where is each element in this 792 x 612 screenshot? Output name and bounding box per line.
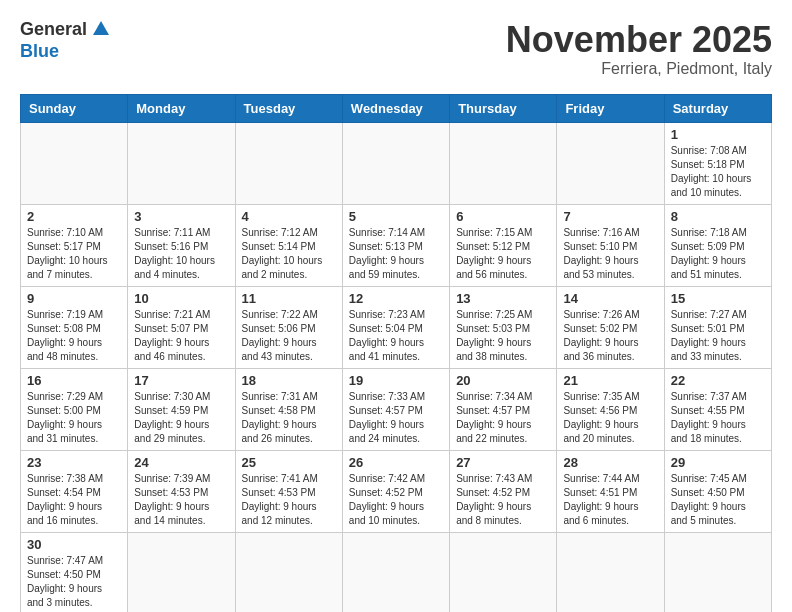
calendar-cell: 18Sunrise: 7:31 AM Sunset: 4:58 PM Dayli… (235, 368, 342, 450)
day-number: 17 (134, 373, 228, 388)
day-info: Sunrise: 7:47 AM Sunset: 4:50 PM Dayligh… (27, 554, 121, 610)
day-number: 30 (27, 537, 121, 552)
calendar-cell: 10Sunrise: 7:21 AM Sunset: 5:07 PM Dayli… (128, 286, 235, 368)
day-info: Sunrise: 7:41 AM Sunset: 4:53 PM Dayligh… (242, 472, 336, 528)
day-number: 5 (349, 209, 443, 224)
calendar-cell: 19Sunrise: 7:33 AM Sunset: 4:57 PM Dayli… (342, 368, 449, 450)
calendar-cell (450, 532, 557, 612)
calendar-cell: 5Sunrise: 7:14 AM Sunset: 5:13 PM Daylig… (342, 204, 449, 286)
calendar-cell: 28Sunrise: 7:44 AM Sunset: 4:51 PM Dayli… (557, 450, 664, 532)
day-number: 16 (27, 373, 121, 388)
weekday-header: Wednesday (342, 94, 449, 122)
day-info: Sunrise: 7:21 AM Sunset: 5:07 PM Dayligh… (134, 308, 228, 364)
calendar-cell: 23Sunrise: 7:38 AM Sunset: 4:54 PM Dayli… (21, 450, 128, 532)
day-info: Sunrise: 7:15 AM Sunset: 5:12 PM Dayligh… (456, 226, 550, 282)
calendar-cell (450, 122, 557, 204)
calendar-week-row: 23Sunrise: 7:38 AM Sunset: 4:54 PM Dayli… (21, 450, 772, 532)
day-number: 8 (671, 209, 765, 224)
calendar-cell: 3Sunrise: 7:11 AM Sunset: 5:16 PM Daylig… (128, 204, 235, 286)
calendar-cell: 22Sunrise: 7:37 AM Sunset: 4:55 PM Dayli… (664, 368, 771, 450)
calendar-cell (21, 122, 128, 204)
day-info: Sunrise: 7:11 AM Sunset: 5:16 PM Dayligh… (134, 226, 228, 282)
day-info: Sunrise: 7:37 AM Sunset: 4:55 PM Dayligh… (671, 390, 765, 446)
calendar-cell: 14Sunrise: 7:26 AM Sunset: 5:02 PM Dayli… (557, 286, 664, 368)
day-number: 19 (349, 373, 443, 388)
calendar-cell: 24Sunrise: 7:39 AM Sunset: 4:53 PM Dayli… (128, 450, 235, 532)
weekday-header: Friday (557, 94, 664, 122)
day-info: Sunrise: 7:08 AM Sunset: 5:18 PM Dayligh… (671, 144, 765, 200)
day-info: Sunrise: 7:43 AM Sunset: 4:52 PM Dayligh… (456, 472, 550, 528)
day-info: Sunrise: 7:19 AM Sunset: 5:08 PM Dayligh… (27, 308, 121, 364)
calendar-week-row: 2Sunrise: 7:10 AM Sunset: 5:17 PM Daylig… (21, 204, 772, 286)
weekday-header: Thursday (450, 94, 557, 122)
calendar-cell: 8Sunrise: 7:18 AM Sunset: 5:09 PM Daylig… (664, 204, 771, 286)
calendar-cell: 13Sunrise: 7:25 AM Sunset: 5:03 PM Dayli… (450, 286, 557, 368)
day-info: Sunrise: 7:29 AM Sunset: 5:00 PM Dayligh… (27, 390, 121, 446)
calendar-cell: 15Sunrise: 7:27 AM Sunset: 5:01 PM Dayli… (664, 286, 771, 368)
title-area: November 2025 Ferriera, Piedmont, Italy (506, 20, 772, 78)
month-title: November 2025 (506, 20, 772, 60)
calendar-cell: 7Sunrise: 7:16 AM Sunset: 5:10 PM Daylig… (557, 204, 664, 286)
day-info: Sunrise: 7:26 AM Sunset: 5:02 PM Dayligh… (563, 308, 657, 364)
day-number: 20 (456, 373, 550, 388)
day-info: Sunrise: 7:10 AM Sunset: 5:17 PM Dayligh… (27, 226, 121, 282)
weekday-header: Monday (128, 94, 235, 122)
calendar-cell (342, 532, 449, 612)
page-header: General Blue November 2025 Ferriera, Pie… (20, 20, 772, 78)
day-number: 22 (671, 373, 765, 388)
day-info: Sunrise: 7:45 AM Sunset: 4:50 PM Dayligh… (671, 472, 765, 528)
calendar-week-row: 30Sunrise: 7:47 AM Sunset: 4:50 PM Dayli… (21, 532, 772, 612)
weekday-header: Tuesday (235, 94, 342, 122)
calendar-cell: 12Sunrise: 7:23 AM Sunset: 5:04 PM Dayli… (342, 286, 449, 368)
logo-row: General (20, 20, 109, 38)
day-number: 29 (671, 455, 765, 470)
calendar-cell: 1Sunrise: 7:08 AM Sunset: 5:18 PM Daylig… (664, 122, 771, 204)
logo: General Blue (20, 20, 109, 60)
day-number: 14 (563, 291, 657, 306)
day-info: Sunrise: 7:23 AM Sunset: 5:04 PM Dayligh… (349, 308, 443, 364)
calendar-cell (557, 532, 664, 612)
calendar-cell: 30Sunrise: 7:47 AM Sunset: 4:50 PM Dayli… (21, 532, 128, 612)
day-number: 15 (671, 291, 765, 306)
day-info: Sunrise: 7:14 AM Sunset: 5:13 PM Dayligh… (349, 226, 443, 282)
day-info: Sunrise: 7:16 AM Sunset: 5:10 PM Dayligh… (563, 226, 657, 282)
calendar-cell: 21Sunrise: 7:35 AM Sunset: 4:56 PM Dayli… (557, 368, 664, 450)
calendar-cell: 6Sunrise: 7:15 AM Sunset: 5:12 PM Daylig… (450, 204, 557, 286)
day-number: 13 (456, 291, 550, 306)
day-number: 7 (563, 209, 657, 224)
calendar-cell: 2Sunrise: 7:10 AM Sunset: 5:17 PM Daylig… (21, 204, 128, 286)
weekday-header: Saturday (664, 94, 771, 122)
calendar-cell: 25Sunrise: 7:41 AM Sunset: 4:53 PM Dayli… (235, 450, 342, 532)
calendar-cell: 11Sunrise: 7:22 AM Sunset: 5:06 PM Dayli… (235, 286, 342, 368)
calendar-cell: 27Sunrise: 7:43 AM Sunset: 4:52 PM Dayli… (450, 450, 557, 532)
calendar-cell (664, 532, 771, 612)
day-number: 10 (134, 291, 228, 306)
day-info: Sunrise: 7:44 AM Sunset: 4:51 PM Dayligh… (563, 472, 657, 528)
day-number: 4 (242, 209, 336, 224)
location-title: Ferriera, Piedmont, Italy (506, 60, 772, 78)
calendar-week-row: 16Sunrise: 7:29 AM Sunset: 5:00 PM Dayli… (21, 368, 772, 450)
calendar-cell: 16Sunrise: 7:29 AM Sunset: 5:00 PM Dayli… (21, 368, 128, 450)
weekday-header-row: SundayMondayTuesdayWednesdayThursdayFrid… (21, 94, 772, 122)
day-info: Sunrise: 7:12 AM Sunset: 5:14 PM Dayligh… (242, 226, 336, 282)
day-number: 21 (563, 373, 657, 388)
day-number: 24 (134, 455, 228, 470)
calendar-cell (557, 122, 664, 204)
day-info: Sunrise: 7:42 AM Sunset: 4:52 PM Dayligh… (349, 472, 443, 528)
calendar-cell (128, 122, 235, 204)
day-number: 1 (671, 127, 765, 142)
day-number: 26 (349, 455, 443, 470)
calendar-cell (235, 122, 342, 204)
calendar-cell: 26Sunrise: 7:42 AM Sunset: 4:52 PM Dayli… (342, 450, 449, 532)
day-info: Sunrise: 7:31 AM Sunset: 4:58 PM Dayligh… (242, 390, 336, 446)
day-info: Sunrise: 7:18 AM Sunset: 5:09 PM Dayligh… (671, 226, 765, 282)
calendar-cell (235, 532, 342, 612)
day-info: Sunrise: 7:39 AM Sunset: 4:53 PM Dayligh… (134, 472, 228, 528)
day-info: Sunrise: 7:33 AM Sunset: 4:57 PM Dayligh… (349, 390, 443, 446)
day-info: Sunrise: 7:34 AM Sunset: 4:57 PM Dayligh… (456, 390, 550, 446)
day-number: 6 (456, 209, 550, 224)
day-info: Sunrise: 7:38 AM Sunset: 4:54 PM Dayligh… (27, 472, 121, 528)
day-number: 25 (242, 455, 336, 470)
logo-blue-text: Blue (20, 42, 59, 60)
day-info: Sunrise: 7:30 AM Sunset: 4:59 PM Dayligh… (134, 390, 228, 446)
